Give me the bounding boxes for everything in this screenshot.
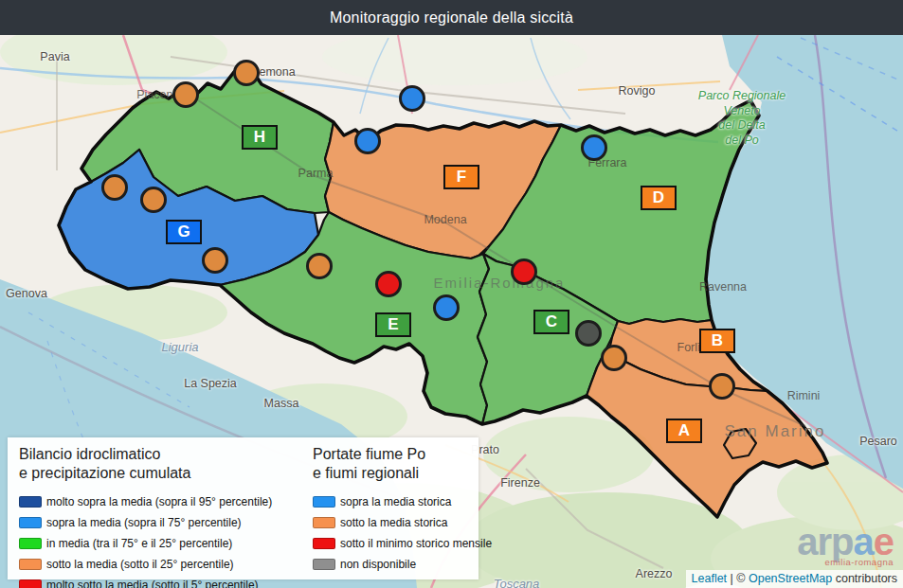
legend-idroclimatico-row: sotto la media (sotto il 25° percentile) bbox=[19, 554, 303, 575]
gauge-marker-7[interactable] bbox=[140, 187, 167, 213]
gauge-marker-12[interactable] bbox=[511, 258, 537, 285]
legend-idroclimatico-row: molto sotto la media (sotto il 5° percen… bbox=[19, 575, 303, 588]
legend-idroclimatico-label: sopra la media (sopra il 75° percentile) bbox=[46, 516, 242, 529]
gauge-marker-8[interactable] bbox=[202, 247, 228, 274]
legend-idroclimatico-swatch bbox=[19, 517, 42, 528]
attribution-bar: Leaflet | © OpenStreetMap contributors bbox=[686, 570, 903, 588]
legend-column-idroclimatico: Bilancio idroclimatico e precipitazione … bbox=[19, 445, 303, 588]
gauge-marker-1[interactable] bbox=[233, 60, 260, 86]
gauge-marker-3[interactable] bbox=[399, 85, 425, 112]
legend-title-line: Bilancio idroclimatico bbox=[19, 445, 303, 464]
legend-portate-label: sotto il minimo storico mensile bbox=[340, 537, 492, 550]
openstreetmap-link[interactable]: OpenStreetMap bbox=[749, 572, 832, 585]
page-title: Monitoraggio regionale della siccità bbox=[330, 9, 573, 27]
legend-title-line: e fiumi regionali bbox=[313, 464, 479, 483]
legend-portate-label: sotto la media storica bbox=[340, 516, 447, 529]
legend-idroclimatico-row: sopra la media (sopra il 75° percentile) bbox=[19, 512, 303, 533]
zone-label-G[interactable]: G bbox=[166, 220, 202, 244]
gauge-marker-14[interactable] bbox=[601, 345, 627, 371]
gauge-marker-2[interactable] bbox=[172, 81, 199, 108]
zone-label-A[interactable]: A bbox=[666, 419, 702, 443]
legend-portate-row: sopra la media storica bbox=[313, 491, 479, 512]
legend-title-line: e precipitazione cumulata bbox=[19, 464, 303, 483]
gauge-marker-11[interactable] bbox=[433, 294, 460, 321]
leaflet-link[interactable]: Leaflet bbox=[692, 572, 728, 585]
legend-portate-row: non disponibile bbox=[313, 554, 479, 575]
legend-portate-swatch bbox=[313, 559, 335, 570]
legend-panel: Bilancio idroclimatico e precipitazione … bbox=[8, 437, 479, 579]
attribution-suffix: contributors bbox=[832, 572, 897, 585]
zone-label-D[interactable]: D bbox=[641, 186, 677, 210]
legend-portate-label: non disponibile bbox=[340, 558, 416, 571]
legend-idroclimatico-label: sotto la media (sotto il 25° percentile) bbox=[46, 558, 234, 571]
legend-title-idroclimatico: Bilancio idroclimatico e precipitazione … bbox=[19, 445, 303, 482]
legend-portate-swatch bbox=[313, 517, 335, 528]
legend-portate-row: sotto il minimo storico mensile bbox=[313, 533, 479, 554]
legend-idroclimatico-swatch bbox=[19, 579, 42, 588]
legend-idroclimatico-swatch bbox=[19, 496, 42, 508]
gauge-marker-15[interactable] bbox=[709, 373, 735, 400]
gauge-marker-13[interactable] bbox=[575, 320, 602, 347]
legend-title-portate: Portate fiume Po e fiumi regionali bbox=[313, 445, 479, 482]
legend-idroclimatico-label: molto sotto la media (sotto il 5° percen… bbox=[46, 579, 259, 588]
zone-label-C[interactable]: C bbox=[533, 310, 569, 334]
legend-items-portate: sopra la media storicasotto la media sto… bbox=[313, 491, 479, 575]
zone-label-F[interactable]: F bbox=[443, 165, 479, 189]
legend-items-idroclimatico: molto sopra la media (sopra il 95° perce… bbox=[19, 491, 303, 588]
zone-label-B[interactable]: B bbox=[699, 329, 735, 353]
legend-portate-swatch bbox=[313, 538, 335, 549]
gauge-marker-9[interactable] bbox=[306, 253, 333, 279]
legend-column-portate: Portate fiume Po e fiumi regionali sopra… bbox=[313, 445, 479, 575]
legend-idroclimatico-swatch bbox=[19, 559, 42, 570]
gauge-marker-10[interactable] bbox=[375, 271, 402, 297]
gauge-marker-4[interactable] bbox=[354, 128, 381, 154]
legend-idroclimatico-label: molto sopra la media (sopra il 95° perce… bbox=[46, 495, 272, 508]
legend-idroclimatico-row: molto sopra la media (sopra il 95° perce… bbox=[19, 491, 303, 512]
legend-idroclimatico-row: in media (tra il 75° e il 25° percentile… bbox=[19, 533, 303, 554]
legend-portate-label: sopra la media storica bbox=[340, 495, 451, 508]
app: Monitoraggio regionale della siccità Pav… bbox=[0, 0, 903, 588]
gauge-marker-6[interactable] bbox=[101, 174, 128, 201]
zone-label-E[interactable]: E bbox=[375, 312, 411, 337]
gauge-marker-5[interactable] bbox=[581, 134, 607, 161]
header-bar: Monitoraggio regionale della siccità bbox=[0, 0, 903, 35]
legend-idroclimatico-label: in media (tra il 75° e il 25° percentile… bbox=[46, 537, 232, 550]
zone-label-H[interactable]: H bbox=[242, 125, 278, 150]
legend-idroclimatico-swatch bbox=[19, 538, 42, 549]
legend-portate-row: sotto la media storica bbox=[313, 512, 479, 533]
legend-portate-swatch bbox=[313, 496, 335, 508]
legend-title-line: Portate fiume Po bbox=[313, 445, 479, 464]
attribution-separator: | © bbox=[727, 572, 749, 585]
